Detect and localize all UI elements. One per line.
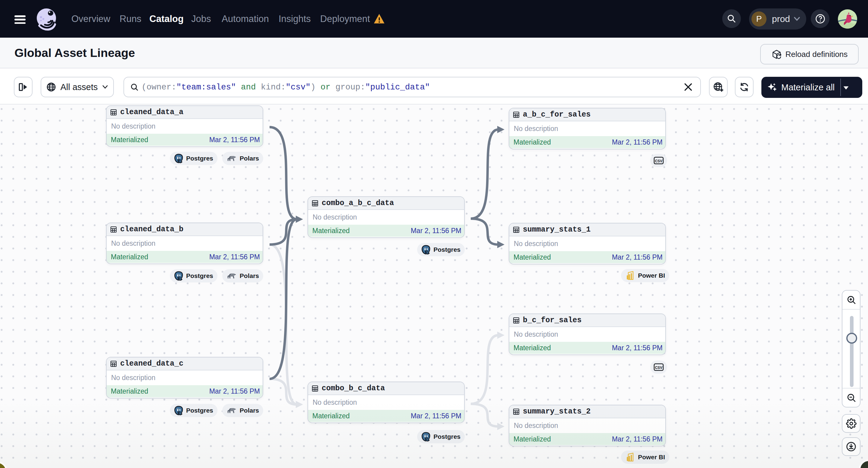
svg-text:CSV: CSV bbox=[655, 159, 662, 163]
svg-text:CSV: CSV bbox=[655, 366, 662, 370]
